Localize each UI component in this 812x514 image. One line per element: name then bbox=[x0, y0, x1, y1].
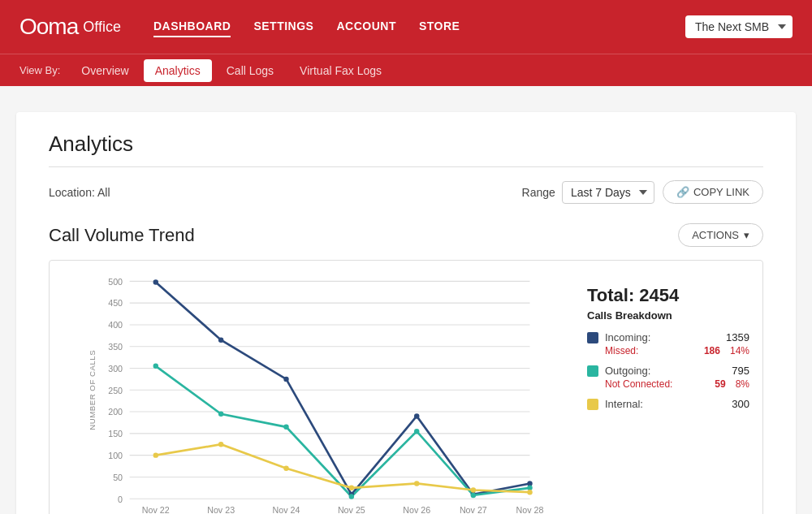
actions-button[interactable]: ACTIONS ▾ bbox=[678, 223, 763, 247]
internal-dot-6 bbox=[527, 490, 532, 495]
nav-account[interactable]: ACCOUNT bbox=[336, 16, 396, 37]
main-content: Analytics Location: All Range Last 7 Day… bbox=[16, 112, 796, 514]
logo: Ooma Office bbox=[19, 14, 121, 40]
incoming-dot-4 bbox=[414, 413, 419, 418]
legend-internal: Internal: 300 bbox=[587, 398, 749, 410]
outgoing-dot-4 bbox=[414, 429, 419, 434]
account-selector[interactable]: The Next SMB bbox=[685, 15, 793, 38]
link-icon: 🔗 bbox=[676, 186, 689, 198]
svg-text:100: 100 bbox=[108, 451, 123, 460]
outgoing-dot-5 bbox=[471, 493, 476, 498]
internal-dot-0 bbox=[153, 452, 158, 457]
sub-nav-call-logs[interactable]: Call Logs bbox=[215, 59, 285, 82]
outgoing-dot-1 bbox=[218, 412, 223, 417]
logo-ooma: Ooma bbox=[19, 14, 78, 40]
svg-text:Nov 24: Nov 24 bbox=[273, 505, 300, 514]
svg-text:250: 250 bbox=[108, 386, 123, 395]
incoming-color-box bbox=[587, 332, 598, 343]
not-connected-value: 59 bbox=[715, 378, 725, 390]
controls-row: Location: All Range Last 7 Days 🔗 COPY L… bbox=[49, 180, 763, 204]
logo-office: Office bbox=[83, 19, 121, 36]
chart-section-header: Call Volume Trend ACTIONS ▾ bbox=[49, 223, 763, 247]
chart-svg: 0 50 100 150 200 250 300 350 400 450 500… bbox=[63, 277, 571, 514]
legend-total: Total: 2454 bbox=[587, 285, 749, 306]
outgoing-color-box bbox=[587, 365, 598, 377]
outgoing-dot-2 bbox=[283, 425, 288, 430]
internal-dot-4 bbox=[414, 481, 419, 486]
nav-store[interactable]: STORE bbox=[419, 16, 460, 37]
actions-label: ACTIONS bbox=[692, 229, 739, 241]
chart-container: 0 50 100 150 200 250 300 350 400 450 500… bbox=[49, 260, 763, 514]
divider bbox=[49, 166, 763, 167]
outgoing-label: Outgoing: bbox=[605, 365, 725, 377]
view-by-label: View By: bbox=[19, 64, 60, 76]
main-nav: DASHBOARD SETTINGS ACCOUNT STORE bbox=[153, 16, 685, 37]
svg-text:500: 500 bbox=[108, 277, 123, 287]
range-select[interactable]: Last 7 Days bbox=[562, 181, 654, 204]
copy-link-label: COPY LINK bbox=[693, 186, 749, 198]
internal-value: 300 bbox=[732, 398, 749, 410]
incoming-line bbox=[156, 282, 530, 494]
chart-area: 0 50 100 150 200 250 300 350 400 450 500… bbox=[63, 277, 571, 514]
internal-dot-1 bbox=[218, 442, 223, 447]
svg-text:Nov 25: Nov 25 bbox=[338, 505, 365, 514]
incoming-dot-1 bbox=[218, 337, 223, 342]
svg-text:200: 200 bbox=[108, 407, 123, 417]
outgoing-value: 795 bbox=[732, 365, 749, 377]
missed-value: 186 bbox=[704, 345, 720, 356]
svg-text:Nov 27: Nov 27 bbox=[460, 505, 487, 514]
svg-text:Nov 26: Nov 26 bbox=[403, 505, 430, 514]
x-axis: Nov 22 Nov 23 Nov 24 Nov 25 Nov 26 Nov 2… bbox=[142, 505, 544, 514]
svg-text:150: 150 bbox=[108, 429, 123, 438]
outgoing-dot-0 bbox=[153, 364, 158, 369]
chart-legend: Total: 2454 Calls Breakdown Incoming: 13… bbox=[571, 277, 749, 514]
svg-text:450: 450 bbox=[108, 298, 123, 308]
incoming-dot-0 bbox=[153, 279, 158, 284]
svg-text:400: 400 bbox=[108, 320, 123, 330]
y-axis: 0 50 100 150 200 250 300 350 400 450 500… bbox=[88, 277, 530, 504]
legend-breakdown-title: Calls Breakdown bbox=[587, 309, 749, 322]
not-connected-pct: 8% bbox=[736, 378, 749, 390]
page-title: Analytics bbox=[49, 132, 763, 157]
outgoing-dot-3 bbox=[349, 494, 354, 499]
legend-incoming: Incoming: 1359 Missed: 186 14% bbox=[587, 331, 749, 356]
incoming-dot-2 bbox=[283, 377, 288, 382]
missed-row: Missed: 186 14% bbox=[587, 345, 749, 356]
internal-dot-5 bbox=[471, 487, 476, 492]
header: Ooma Office DASHBOARD SETTINGS ACCOUNT S… bbox=[0, 0, 812, 86]
account-selector-wrapper: The Next SMB bbox=[685, 15, 793, 38]
svg-text:Nov 22: Nov 22 bbox=[142, 505, 170, 514]
missed-pct: 14% bbox=[730, 345, 749, 356]
copy-link-button[interactable]: 🔗 COPY LINK bbox=[663, 180, 763, 204]
chart-title: Call Volume Trend bbox=[49, 225, 678, 246]
incoming-value: 1359 bbox=[726, 331, 749, 343]
sub-nav-fax-logs[interactable]: Virtual Fax Logs bbox=[288, 59, 393, 82]
nav-dashboard[interactable]: DASHBOARD bbox=[153, 16, 231, 37]
internal-color-box bbox=[587, 399, 598, 410]
sub-nav: View By: Overview Analytics Call Logs Vi… bbox=[0, 54, 812, 86]
not-connected-label: Not Connected: bbox=[605, 378, 708, 390]
sub-nav-overview[interactable]: Overview bbox=[70, 59, 140, 82]
svg-text:50: 50 bbox=[113, 473, 123, 482]
nav-settings[interactable]: SETTINGS bbox=[253, 16, 313, 37]
legend-outgoing: Outgoing: 795 Not Connected: 59 8% bbox=[587, 365, 749, 390]
sub-nav-analytics[interactable]: Analytics bbox=[144, 59, 212, 82]
svg-text:Nov 28: Nov 28 bbox=[516, 505, 544, 514]
internal-dot-3 bbox=[349, 486, 354, 490]
svg-text:NUMBER OF CALLS: NUMBER OF CALLS bbox=[88, 350, 97, 430]
svg-text:0: 0 bbox=[118, 495, 123, 504]
svg-text:Nov 23: Nov 23 bbox=[207, 505, 235, 514]
missed-label: Missed: bbox=[605, 345, 698, 356]
range-label: Range bbox=[522, 186, 555, 199]
incoming-label: Incoming: bbox=[605, 331, 719, 343]
svg-text:350: 350 bbox=[108, 342, 123, 352]
internal-line bbox=[156, 444, 530, 492]
internal-dot-2 bbox=[283, 466, 288, 471]
not-connected-row: Not Connected: 59 8% bbox=[587, 378, 749, 390]
internal-label: Internal: bbox=[605, 398, 725, 410]
location-label: Location: All bbox=[49, 186, 522, 199]
chevron-down-icon: ▾ bbox=[744, 229, 749, 241]
svg-text:300: 300 bbox=[108, 364, 123, 374]
